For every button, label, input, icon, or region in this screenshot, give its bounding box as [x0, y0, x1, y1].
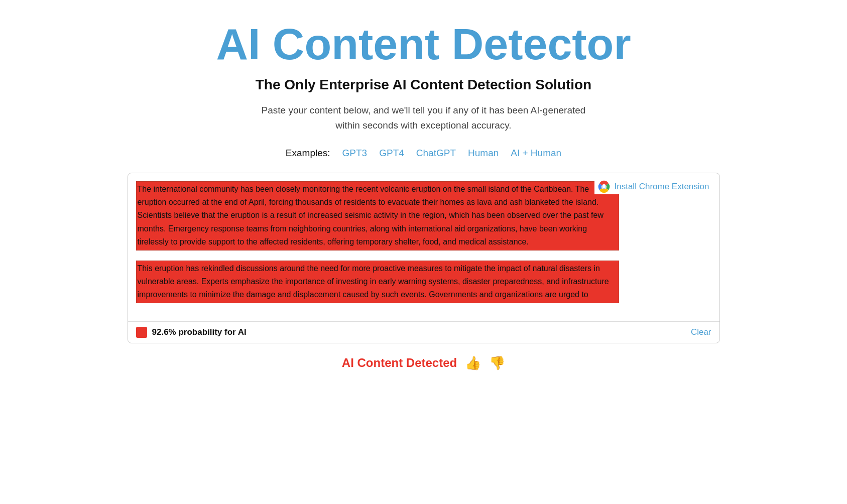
- thumbs-up-button[interactable]: 👍: [465, 355, 481, 371]
- example-human[interactable]: Human: [468, 148, 499, 159]
- examples-label: Examples:: [286, 148, 330, 159]
- example-chatgpt[interactable]: ChatGPT: [416, 148, 456, 159]
- ai-indicator-square: [136, 327, 147, 338]
- bottom-bar: 92.6% probability for AI Clear: [128, 321, 719, 343]
- result-row: AI Content Detected 👍 👎: [128, 355, 720, 371]
- content-paragraph-1: The international community has been clo…: [136, 181, 619, 250]
- chrome-icon: [597, 180, 611, 193]
- examples-row: Examples: GPT3 GPT4 ChatGPT Human AI + H…: [128, 148, 720, 159]
- probability-section: 92.6% probability for AI: [136, 327, 247, 338]
- text-content-area[interactable]: The international community has been clo…: [128, 173, 719, 321]
- example-gpt3[interactable]: GPT3: [342, 148, 368, 159]
- result-label: AI Content Detected: [342, 356, 457, 370]
- probability-text: 92.6% probability for AI: [152, 327, 247, 337]
- content-box: Install Chrome Extension The internation…: [128, 173, 720, 343]
- clear-button[interactable]: Clear: [691, 327, 711, 337]
- content-paragraph-2: This eruption has rekindled discussions …: [136, 261, 619, 303]
- example-gpt4[interactable]: GPT4: [379, 148, 404, 159]
- page-title: AI Content Detector: [128, 20, 720, 69]
- example-ai-human[interactable]: AI + Human: [511, 148, 561, 159]
- thumbs-down-button[interactable]: 👎: [489, 355, 505, 371]
- page-description: Paste your content below, and we'll tell…: [128, 103, 720, 134]
- chrome-extension-bar[interactable]: Install Chrome Extension: [594, 179, 712, 194]
- svg-point-3: [602, 185, 606, 188]
- page-subtitle: The Only Enterprise AI Content Detection…: [128, 77, 720, 93]
- chrome-extension-label[interactable]: Install Chrome Extension: [615, 182, 709, 192]
